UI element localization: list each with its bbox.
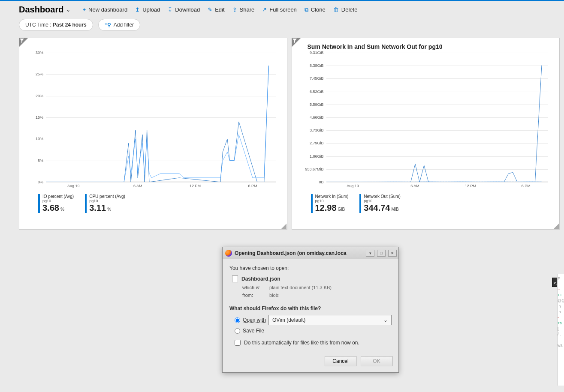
- chevron-down-icon: ⌄: [383, 317, 388, 323]
- resize-handle-icon[interactable]: [554, 224, 559, 229]
- trash-icon: 🗑: [333, 6, 339, 13]
- open-with-option[interactable]: Open with GVim (default) ⌄: [235, 315, 392, 325]
- filter-bar: UTC Time : Past 24 hours ⁺⚲ Add filter: [0, 17, 564, 38]
- legend-io-percent: IO percent (Avg) pg10 3.68%: [38, 194, 74, 213]
- copy-icon: ⧉: [305, 6, 308, 13]
- download-dialog: Opening Dashboard.json (on omiday.can.lo…: [222, 247, 399, 373]
- legend-network-in: Network In (Sum) pg10 12.98GiB: [311, 194, 349, 213]
- chart-title: [35, 43, 280, 51]
- filter-plus-icon: ⁺⚲: [105, 22, 111, 28]
- upload-button[interactable]: ↥ Upload: [135, 6, 160, 13]
- share-button[interactable]: ⇪ Share: [232, 6, 255, 13]
- dashboard-title-dropdown[interactable]: Dashboard ⌄: [19, 5, 70, 15]
- upload-icon: ↥: [135, 6, 140, 13]
- delete-button[interactable]: 🗑 Delete: [333, 6, 358, 13]
- auto-checkbox-row[interactable]: Do this automatically for files like thi…: [235, 340, 392, 346]
- toolbar: Dashboard ⌄ + New dashboard ↥ Upload ↧ D…: [0, 1, 564, 17]
- chart-1[interactable]: 0%5%10%15%20%25%30% Aug 196 AM12 PM6 PM: [46, 53, 276, 190]
- file-name: Dashboard.json: [241, 276, 280, 282]
- chart-title: Sum Network In and Sum Network Out for p…: [308, 43, 553, 51]
- close-icon[interactable]: ✕: [388, 250, 397, 257]
- add-filter-pill[interactable]: ⁺⚲ Add filter: [98, 19, 140, 31]
- download-button[interactable]: ↧ Download: [168, 6, 200, 13]
- page-title: Dashboard: [19, 5, 63, 15]
- full-screen-button[interactable]: ↗ Full screen: [262, 6, 297, 13]
- filter-corner-icon[interactable]: [292, 38, 301, 47]
- firefox-icon: [225, 250, 232, 257]
- share-icon: ⇪: [232, 6, 237, 13]
- expand-icon: ↗: [262, 6, 267, 13]
- app-select[interactable]: GVim (default) ⌄: [268, 315, 392, 325]
- minimize-icon[interactable]: ▾: [366, 250, 374, 257]
- download-icon: ↧: [168, 6, 172, 13]
- dialog-titlebar[interactable]: Opening Dashboard.json (on omiday.can.lo…: [223, 247, 398, 259]
- side-editor-strip: F --++@@ n n-+s[ / .wa: [557, 274, 564, 386]
- save-file-option[interactable]: Save File: [235, 328, 392, 334]
- maximize-icon[interactable]: □: [377, 250, 386, 257]
- save-file-radio[interactable]: [235, 328, 240, 334]
- dialog-prompt: You have chosen to open:: [229, 265, 392, 271]
- legend-cpu-percent: CPU percent (Avg) pg10 3.11%: [85, 194, 125, 213]
- plus-icon: +: [82, 6, 86, 13]
- legend-network-out: Network Out (Sum) pg10 344.74MiB: [359, 194, 401, 213]
- dialog-question: What should Firefox do with this file?: [229, 305, 392, 311]
- edit-button[interactable]: ✎ Edit: [208, 6, 224, 13]
- resize-handle-icon[interactable]: [281, 224, 287, 229]
- chart-panel-1: 0%5%10%15%20%25%30% Aug 196 AM12 PM6 PM …: [19, 38, 287, 230]
- pencil-icon: ✎: [208, 6, 212, 13]
- clone-button[interactable]: ⧉ Clone: [305, 6, 326, 13]
- new-dashboard-button[interactable]: + New dashboard: [82, 6, 127, 13]
- auto-checkbox[interactable]: [235, 340, 241, 346]
- chevron-down-icon: ⌄: [66, 7, 70, 13]
- time-range-pill[interactable]: UTC Time : Past 24 hours: [19, 19, 93, 31]
- open-with-radio[interactable]: [235, 317, 240, 323]
- file-icon: [232, 275, 238, 282]
- filter-corner-icon[interactable]: [19, 38, 28, 47]
- chart-panel-2: Sum Network In and Sum Network Out for p…: [292, 38, 560, 230]
- chart-2[interactable]: 0B953.67MiB1.86GiB2.79GiB3.73GiB4.66GiB5…: [326, 53, 549, 190]
- cancel-button[interactable]: Cancel: [325, 356, 356, 366]
- ok-button[interactable]: OK: [361, 356, 392, 366]
